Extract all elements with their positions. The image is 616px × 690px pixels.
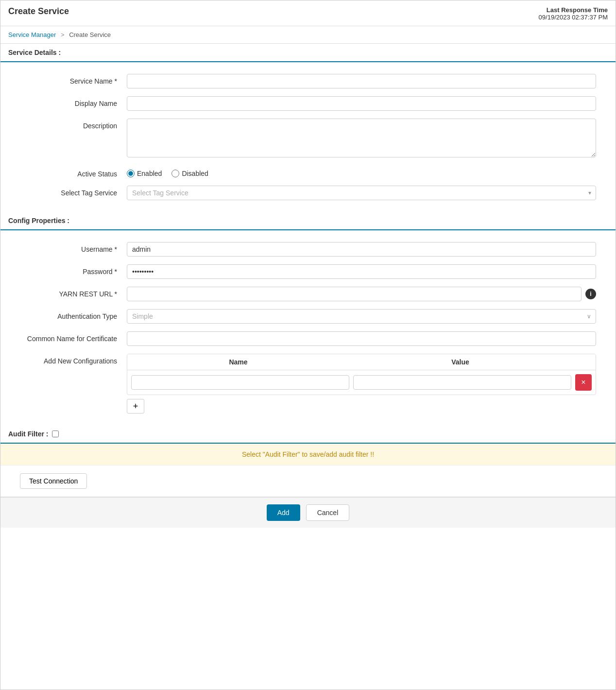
cert-name-input[interactable] xyxy=(127,331,596,346)
config-properties-section: Config Properties : Username * Password … xyxy=(0,212,616,425)
audit-filter-checkbox[interactable] xyxy=(52,431,59,437)
add-button[interactable]: Add xyxy=(267,504,300,521)
config-table: Name Value × xyxy=(127,354,596,395)
select-tag-label: Select Tag Service xyxy=(20,186,127,197)
plus-icon: + xyxy=(133,401,138,412)
page-title: Create Service xyxy=(8,6,69,17)
password-input[interactable] xyxy=(127,264,596,279)
cancel-button[interactable]: Cancel xyxy=(306,504,350,521)
status-enabled-label: Enabled xyxy=(137,170,162,177)
service-name-label: Service Name * xyxy=(20,74,127,85)
yarn-url-input-row: i xyxy=(127,287,596,301)
service-details-section: Service Details : Service Name * Display… xyxy=(0,44,616,212)
status-disabled-radio[interactable] xyxy=(171,170,179,177)
audit-filter-header: Audit Filter : xyxy=(0,425,616,444)
info-icon[interactable]: i xyxy=(585,289,596,299)
page-header: Create Service Last Response Time 09/19/… xyxy=(0,0,616,26)
footer-actions: Add Cancel xyxy=(0,497,616,528)
password-label: Password * xyxy=(20,264,127,276)
active-status-radio-group: Enabled Disabled xyxy=(127,167,596,177)
yarn-url-label: YARN REST URL * xyxy=(20,287,127,298)
status-enabled-radio[interactable] xyxy=(127,170,135,177)
display-name-label: Display Name xyxy=(20,96,127,107)
config-table-row: × xyxy=(127,370,596,395)
yarn-url-input[interactable] xyxy=(127,287,582,301)
service-details-header: Service Details : xyxy=(0,44,616,62)
cert-name-label: Common Name for Certificate xyxy=(20,331,127,343)
auth-type-wrapper: Simple Kerberos ∨ xyxy=(127,309,596,324)
breadcrumb-separator: > xyxy=(61,31,65,38)
test-connection-button[interactable]: Test Connection xyxy=(20,473,87,489)
auth-type-label: Authentication Type xyxy=(20,309,127,320)
audit-filter-title: Audit Filter : xyxy=(8,430,48,438)
yarn-url-row: YARN REST URL * i xyxy=(0,283,616,305)
audit-filter-message: Select "Audit Filter" to save/add audit … xyxy=(0,444,616,466)
username-label: Username * xyxy=(20,242,127,253)
active-status-label: Active Status xyxy=(20,167,127,178)
active-status-row: Active Status Enabled Disabled xyxy=(0,163,616,182)
add-config-row-button[interactable]: + xyxy=(127,399,144,414)
config-name-input[interactable] xyxy=(131,375,349,390)
last-response-label: Last Response Time xyxy=(539,6,608,14)
service-name-input[interactable] xyxy=(127,74,596,88)
new-config-label: Add New Configurations xyxy=(20,354,127,365)
auth-type-dropdown[interactable]: Simple Kerberos xyxy=(127,309,596,324)
status-disabled-label: Disabled xyxy=(182,170,208,177)
description-textarea[interactable] xyxy=(127,119,596,157)
config-value-input[interactable] xyxy=(353,375,571,390)
config-properties-header: Config Properties : xyxy=(0,212,616,230)
service-details-body: Service Name * Display Name Description xyxy=(0,62,616,212)
description-row: Description xyxy=(0,115,616,163)
password-row: Password * xyxy=(0,260,616,283)
audit-filter-section: Audit Filter : Select "Audit Filter" to … xyxy=(0,425,616,466)
status-enabled-option[interactable]: Enabled xyxy=(127,170,162,177)
service-name-row: Service Name * xyxy=(0,70,616,92)
new-config-row: Add New Configurations Name Value × xyxy=(0,350,616,417)
display-name-row: Display Name xyxy=(0,92,616,115)
config-table-header: Name Value xyxy=(127,354,596,370)
cert-name-row: Common Name for Certificate xyxy=(0,328,616,350)
display-name-input[interactable] xyxy=(127,96,596,111)
config-col-value-header: Value xyxy=(349,354,571,370)
test-connection-row: Test Connection xyxy=(0,466,616,497)
username-row: Username * xyxy=(0,238,616,260)
breadcrumb-service-manager-link[interactable]: Service Manager xyxy=(8,31,56,38)
select-tag-wrapper: Select Tag Service ▾ xyxy=(127,186,596,200)
breadcrumb-current: Create Service xyxy=(69,31,111,38)
close-icon: × xyxy=(581,378,585,387)
last-response-value: 09/19/2023 02:37:37 PM xyxy=(539,14,608,21)
breadcrumb: Service Manager > Create Service xyxy=(0,26,616,44)
status-disabled-option[interactable]: Disabled xyxy=(171,170,208,177)
select-tag-row: Select Tag Service Select Tag Service ▾ xyxy=(0,182,616,204)
config-col-name-header: Name xyxy=(127,354,349,370)
username-input[interactable] xyxy=(127,242,596,257)
auth-type-row: Authentication Type Simple Kerberos ∨ xyxy=(0,305,616,328)
config-properties-body: Username * Password * YARN REST URL * xyxy=(0,230,616,425)
config-delete-button[interactable]: × xyxy=(575,374,592,391)
description-label: Description xyxy=(20,119,127,130)
select-tag-dropdown[interactable]: Select Tag Service xyxy=(127,186,596,200)
last-response-block: Last Response Time 09/19/2023 02:37:37 P… xyxy=(539,6,608,21)
